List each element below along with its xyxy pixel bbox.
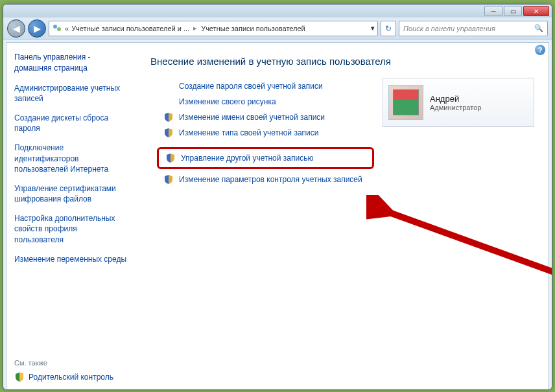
shield-placeholder: [163, 97, 174, 107]
avatar: [388, 85, 423, 120]
shield-icon: [14, 372, 25, 382]
search-placeholder: Поиск в панели управления: [403, 25, 495, 32]
svg-point-0: [53, 25, 57, 29]
user-role: Администратор: [430, 104, 481, 111]
task-item: Изменение типа своей учетной записи: [163, 128, 534, 138]
change-type-link[interactable]: Изменение типа своей учетной записи: [179, 128, 318, 137]
avatar-image: [393, 89, 419, 115]
breadcrumb-level2[interactable]: Учетные записи пользователей: [201, 25, 305, 32]
parental-controls-label: Родительский контроль: [29, 373, 113, 382]
sidebar-link[interactable]: Создание дискеты сброса пароля: [14, 113, 128, 133]
breadcrumb-separator-icon: ▸: [193, 24, 197, 32]
titlebar: ─ ▭ ✕: [3, 5, 552, 17]
parental-controls-link[interactable]: Родительский контроль: [14, 372, 128, 382]
shield-placeholder: [163, 81, 174, 91]
navigation-row: ◀ ▶ « Учетные записи пользователей и ...…: [3, 17, 552, 40]
change-picture-link[interactable]: Изменение своего рисунка: [179, 97, 276, 106]
svg-line-2: [386, 211, 552, 305]
breadcrumb-dropdown-icon[interactable]: ▾: [371, 24, 375, 32]
change-uac-link[interactable]: Изменение параметров контроля учетных за…: [179, 175, 362, 184]
control-panel-window: ─ ▭ ✕ ◀ ▶ « Учетные записи пользователей…: [3, 4, 552, 390]
back-button[interactable]: ◀: [7, 19, 25, 38]
sidebar-link[interactable]: Управление сертификатами шифрования файл…: [14, 183, 128, 204]
content-area: Панель управления - домашняя страница Ад…: [6, 42, 549, 390]
page-title: Внесение изменений в учетную запись поль…: [150, 56, 534, 67]
sidebar-link[interactable]: Подключение идентификаторов пользователе…: [14, 143, 128, 174]
search-box[interactable]: Поиск в панели управления 🔍: [399, 21, 548, 36]
see-also-label: См. также: [14, 359, 128, 367]
shield-icon: [163, 128, 174, 138]
shield-icon: [163, 112, 174, 122]
search-icon: 🔍: [534, 24, 543, 32]
control-panel-home-link[interactable]: Панель управления - домашняя страница: [14, 52, 128, 74]
task-list-bottom: Изменение параметров контроля учетных за…: [163, 174, 534, 185]
forward-arrow-icon: ▶: [34, 23, 41, 34]
window-controls: ─ ▭ ✕: [484, 6, 549, 16]
refresh-button[interactable]: ↻: [381, 21, 396, 36]
address-bar[interactable]: « Учетные записи пользователей и ... ▸ У…: [49, 21, 378, 36]
user-accounts-icon: [52, 23, 62, 34]
task-item: Изменение параметров контроля учетных за…: [163, 174, 534, 185]
user-name: Андрей: [430, 94, 481, 104]
refresh-icon: ↻: [385, 24, 392, 33]
sidebar-link[interactable]: Администрирование учетных записей: [14, 83, 128, 104]
annotation-arrow: [366, 195, 552, 312]
manage-other-account-link[interactable]: Управление другой учетной записью: [181, 154, 313, 163]
sidebar-link[interactable]: Изменение переменных среды: [14, 254, 128, 264]
task-item: Управление другой учетной записью: [165, 153, 366, 163]
svg-point-1: [57, 27, 61, 31]
shield-icon: [163, 174, 174, 185]
user-info: Андрей Администратор: [430, 94, 481, 111]
shield-icon: [165, 153, 176, 163]
sidebar: Панель управления - домашняя страница Ад…: [6, 43, 136, 390]
main-panel: Внесение изменений в учетную запись поль…: [136, 43, 549, 390]
create-password-link[interactable]: Создание пароля своей учетной записи: [179, 82, 323, 91]
breadcrumb-level1[interactable]: Учетные записи пользователей и ...: [71, 25, 189, 32]
minimize-button[interactable]: ─: [484, 6, 502, 16]
forward-button[interactable]: ▶: [28, 19, 46, 38]
maximize-button[interactable]: ▭: [504, 6, 522, 16]
close-button[interactable]: ✕: [523, 6, 549, 16]
user-card[interactable]: Андрей Администратор: [383, 78, 534, 127]
change-name-link[interactable]: Изменение имени своей учетной записи: [179, 113, 325, 122]
breadcrumb-prefix: «: [65, 25, 69, 32]
highlighted-task: Управление другой учетной записью: [157, 147, 374, 169]
back-arrow-icon: ◀: [13, 23, 20, 34]
sidebar-link[interactable]: Настройка дополнительных свойств профиля…: [14, 213, 128, 245]
